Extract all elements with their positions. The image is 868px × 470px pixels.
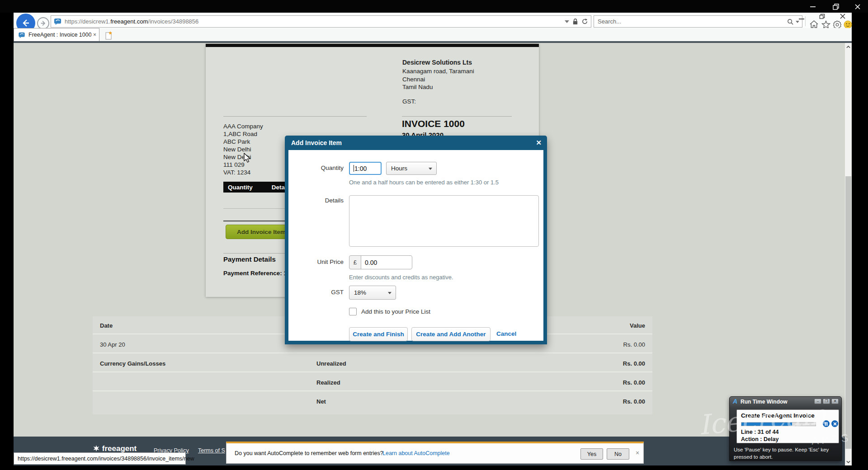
url-prefix: https://desicrew1.: [65, 18, 110, 25]
refresh-icon[interactable]: [581, 18, 588, 25]
url-dropdown-icon[interactable]: [565, 20, 569, 23]
freeagent-logo-icon: [93, 445, 100, 452]
table-row: Net Rs. 0.00: [93, 392, 652, 414]
runtime-window: A Run Time Window – ❐ ✕ Create FreeAgent…: [729, 396, 842, 461]
unit-select[interactable]: Hours: [386, 162, 437, 175]
col-value: Value: [630, 322, 645, 329]
unit-price-label: Unit Price: [285, 258, 344, 265]
quantity-label: Quantity: [285, 164, 344, 171]
tab-favicon: [18, 32, 25, 38]
recipient-line: ABC Park: [223, 138, 250, 145]
create-and-finish-button[interactable]: Create and Finish: [349, 327, 408, 341]
runtime-task-title: Create FreeAgent Invoice: [741, 412, 815, 419]
scrollbar-thumb[interactable]: [845, 176, 851, 449]
forward-arrow-icon: [40, 20, 47, 27]
unit-price-input[interactable]: 0.00: [361, 255, 412, 269]
unit-price-value: 0.00: [365, 259, 377, 266]
mouse-cursor: [243, 153, 251, 164]
vertical-scrollbar[interactable]: [845, 43, 852, 465]
new-tab-button[interactable]: [103, 29, 115, 41]
scroll-down-icon[interactable]: [845, 458, 852, 465]
freeagent-favicon: [54, 18, 61, 25]
modal-header[interactable]: Add Invoice Item ✕: [285, 136, 547, 150]
tab-freeagent-invoice[interactable]: FreeAgent : Invoice 1000 (D... ×: [14, 28, 99, 41]
add-invoice-item-modal: Add Invoice Item ✕ Quantity 1:00 Hours O…: [285, 136, 547, 344]
sender-name: Desicrew Solutions Lts: [402, 59, 472, 66]
sender-gst: GST:: [402, 98, 416, 105]
cell-value: Rs. 0.00: [623, 379, 645, 386]
details-textarea[interactable]: [349, 195, 539, 247]
search-icon[interactable]: [787, 19, 794, 25]
ie-minimize-icon[interactable]: [798, 15, 805, 21]
runtime-minimize-button[interactable]: –: [814, 399, 821, 404]
gst-label: GST: [285, 289, 344, 296]
col-date: Date: [100, 322, 113, 329]
address-bar[interactable]: https://desicrew1.freeagent.com/invoices…: [51, 15, 591, 28]
details-label: Details: [285, 197, 344, 204]
runtime-window-title: Run Time Window: [741, 399, 788, 405]
runtime-progress-panel: Create FreeAgent Invoice Line : 31 of 44…: [736, 409, 839, 443]
divider-left: [223, 116, 367, 117]
forward-button[interactable]: [37, 17, 49, 29]
new-tab-icon: [105, 31, 113, 40]
stop-button[interactable]: [831, 420, 838, 427]
currency-symbol: £: [354, 259, 357, 266]
back-arrow-icon: [21, 18, 31, 28]
recipient-line: AAA Company: [223, 123, 263, 130]
pricelist-checkbox[interactable]: [349, 308, 357, 315]
autocomplete-learn-link[interactable]: Learn about AutoComplete: [382, 450, 450, 456]
cell-label: Realized: [316, 379, 340, 386]
status-url-tooltip: https://desicrew1.freeagent.com/invoices…: [14, 452, 186, 465]
autocomplete-no-button[interactable]: No: [607, 448, 629, 460]
terms-link[interactable]: Terms of S: [198, 447, 225, 454]
runtime-restore-button[interactable]: ❐: [823, 399, 830, 404]
outer-minimize-icon[interactable]: [809, 3, 817, 11]
ie-restore-icon[interactable]: [819, 14, 825, 19]
outer-restore-icon[interactable]: [832, 3, 840, 11]
cell-label: Net: [316, 398, 326, 405]
unit-price-help-text: Enter discounts and credits as negative.: [349, 274, 453, 281]
outer-titlebar: [0, 0, 868, 13]
modal-close-icon[interactable]: ✕: [536, 139, 542, 147]
tab-close-icon[interactable]: ×: [93, 32, 96, 38]
runtime-line-status: Line : 31 of 44: [741, 429, 778, 435]
chevron-down-icon: [388, 292, 392, 294]
search-box[interactable]: Search...: [594, 15, 802, 28]
home-icon[interactable]: [809, 20, 819, 28]
recipient-line: VAT: 1234: [223, 169, 250, 176]
pricelist-checkbox-label: Add this to your Price List: [361, 308, 430, 315]
search-placeholder: Search...: [598, 18, 621, 25]
gst-select[interactable]: 18%: [349, 286, 396, 300]
lock-icon: [572, 18, 578, 25]
search-dropdown-icon[interactable]: [796, 21, 799, 23]
cell-date: Currency Gains/Losses: [100, 360, 165, 367]
sender-line: Tamil Nadu: [402, 84, 433, 90]
create-and-add-another-button[interactable]: Create and Add Another: [411, 327, 491, 341]
pause-button[interactable]: [823, 420, 830, 427]
runtime-logo-icon: A: [733, 398, 737, 405]
runtime-action-status: Action : Delay: [741, 436, 778, 442]
freeagent-logo: freeagent: [93, 444, 137, 453]
url-domain: freeagent.com: [110, 18, 148, 25]
autocomplete-close-icon[interactable]: ×: [636, 449, 639, 456]
autocomplete-bar: Do you want AutoComplete to remember web…: [226, 442, 644, 464]
sender-line: Kaanagam road, Taramani: [402, 68, 474, 75]
runtime-close-button[interactable]: ✕: [831, 399, 839, 404]
text-caret: [354, 165, 354, 172]
recipient-line: 111 029: [223, 161, 245, 168]
invoice-top-bar: [206, 44, 539, 47]
ie-close-icon[interactable]: [840, 13, 846, 19]
table-row: Currency Gains/Losses Unrealized Rs. 0.0…: [93, 354, 652, 372]
scroll-up-icon[interactable]: [845, 43, 852, 51]
unit-select-value: Hours: [391, 165, 407, 172]
gst-select-value: 18%: [354, 289, 366, 296]
tab-bar: FreeAgent : Invoice 1000 (D... ×: [14, 28, 852, 41]
items-header-quantity: Quantity: [228, 184, 253, 191]
payment-details-heading: Payment Details: [223, 255, 276, 263]
autocomplete-yes-button[interactable]: Yes: [580, 448, 603, 460]
quantity-input[interactable]: 1:00: [349, 162, 382, 175]
outer-close-icon[interactable]: [854, 3, 862, 11]
recipient-line: New Delhi: [223, 146, 251, 153]
modal-body: Quantity 1:00 Hours One and a half hours…: [285, 150, 547, 344]
cancel-link[interactable]: Cancel: [496, 330, 516, 337]
